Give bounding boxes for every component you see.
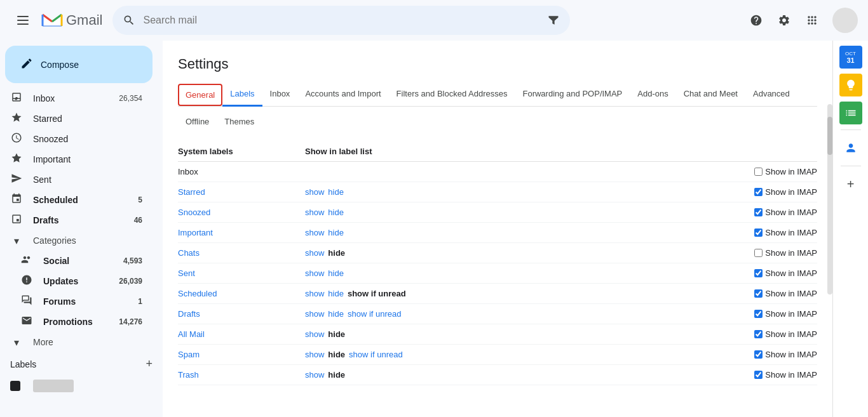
show-if-unread-option[interactable]: show if unread — [349, 350, 403, 359]
label-name-cell[interactable]: Trash — [178, 365, 305, 385]
label-name[interactable]: Scheduled — [178, 289, 217, 298]
search-bar[interactable] — [112, 6, 570, 35]
imap-checkbox[interactable] — [754, 289, 763, 298]
imap-checkbox[interactable] — [754, 350, 763, 359]
label-name[interactable]: Trash — [178, 370, 199, 380]
label-name[interactable]: Sent — [178, 268, 195, 278]
hide-option[interactable]: hide — [328, 248, 345, 258]
label-name[interactable]: All Mail — [178, 329, 205, 339]
imap-checkbox[interactable] — [754, 228, 763, 237]
tab-labels[interactable]: Labels — [222, 83, 262, 107]
settings-button[interactable] — [771, 8, 797, 33]
label-name-cell[interactable]: Starred — [178, 182, 305, 202]
label-name[interactable]: Important — [178, 228, 213, 237]
label-name-cell[interactable]: Important — [178, 223, 305, 243]
show-link[interactable]: show — [305, 309, 324, 319]
contacts-panel-icon[interactable] — [838, 135, 864, 161]
sidebar-item-promotions[interactable]: Promotions 14,276 — [0, 312, 153, 332]
sidebar-label-item[interactable] — [0, 376, 153, 396]
show-if-unread-option[interactable]: show if unread — [348, 289, 406, 298]
label-name[interactable]: Chats — [178, 248, 200, 258]
label-name[interactable]: Starred — [178, 187, 205, 197]
calendar-panel-icon[interactable]: OCT 31 — [839, 46, 862, 69]
hide-option[interactable]: hide — [328, 309, 344, 319]
apps-button[interactable] — [799, 8, 825, 33]
sidebar-item-categories[interactable]: ▾ Categories — [0, 230, 153, 251]
sidebar-item-social[interactable]: Social 4,593 — [0, 251, 153, 271]
help-button[interactable] — [743, 8, 769, 33]
tab-general[interactable]: General — [178, 84, 222, 106]
label-name-cell[interactable]: All Mail — [178, 324, 305, 345]
label-name[interactable]: Drafts — [178, 309, 200, 319]
tab-chat-meet[interactable]: Chat and Meet — [676, 83, 745, 107]
hamburger-button[interactable] — [10, 8, 36, 33]
label-name-cell[interactable]: Drafts — [178, 304, 305, 324]
important-label: Important — [33, 154, 142, 164]
tab-advanced[interactable]: Advanced — [745, 83, 797, 107]
sidebar-item-starred[interactable]: Starred — [0, 109, 153, 129]
sidebar-item-sent[interactable]: Sent — [0, 169, 153, 190]
hide-option[interactable]: hide — [328, 208, 344, 217]
filter-icon[interactable] — [547, 14, 560, 27]
sidebar-item-forums[interactable]: Forums 1 — [0, 291, 153, 312]
show-link[interactable]: show — [305, 248, 324, 258]
label-name-cell[interactable]: Snoozed — [178, 202, 305, 223]
label-name[interactable]: Snoozed — [178, 208, 210, 217]
show-link[interactable]: show — [305, 228, 324, 237]
label-name-cell[interactable]: Spam — [178, 345, 305, 365]
hide-option[interactable]: hide — [328, 228, 344, 237]
hide-option[interactable]: hide — [328, 350, 345, 359]
scrollbar[interactable] — [827, 104, 832, 295]
show-link[interactable]: show — [305, 370, 324, 380]
sidebar-item-important[interactable]: Important — [0, 149, 153, 169]
hide-option[interactable]: hide — [328, 329, 345, 339]
imap-checkbox[interactable] — [754, 168, 763, 176]
tab-inbox[interactable]: Inbox — [262, 83, 298, 107]
updates-icon — [20, 274, 33, 288]
label-name-cell[interactable]: Sent — [178, 263, 305, 284]
sub-tab-themes[interactable]: Themes — [217, 112, 262, 131]
tasks-panel-icon[interactable] — [839, 102, 862, 124]
labels-add-button[interactable]: + — [146, 357, 153, 371]
sidebar-item-snoozed[interactable]: Snoozed — [0, 129, 153, 149]
show-link[interactable]: show — [305, 329, 324, 339]
compose-button[interactable]: Compose — [5, 46, 153, 83]
tab-filters[interactable]: Filters and Blocked Addresses — [389, 83, 515, 107]
tab-addons[interactable]: Add-ons — [630, 83, 675, 107]
show-link[interactable]: show — [305, 289, 324, 298]
show-link[interactable]: show — [305, 208, 324, 217]
sidebar-item-updates[interactable]: Updates 26,039 — [0, 271, 153, 291]
label-name[interactable]: Inbox — [178, 167, 198, 176]
imap-checkbox[interactable] — [754, 310, 763, 318]
tab-accounts-import[interactable]: Accounts and Import — [297, 83, 388, 107]
hide-option[interactable]: hide — [328, 289, 344, 298]
tab-forwarding[interactable]: Forwarding and POP/IMAP — [515, 83, 630, 107]
hide-option[interactable]: hide — [328, 187, 344, 197]
add-panel-button[interactable]: + — [838, 171, 864, 197]
imap-checkbox[interactable] — [754, 188, 763, 196]
label-name-cell[interactable]: Scheduled — [178, 284, 305, 304]
avatar[interactable] — [832, 8, 858, 33]
sidebar-item-drafts[interactable]: Drafts 46 — [0, 210, 153, 230]
sub-tab-offline[interactable]: Offline — [178, 112, 217, 131]
imap-checkbox[interactable] — [754, 371, 763, 379]
imap-checkbox[interactable] — [754, 269, 763, 277]
sidebar-item-inbox[interactable]: Inbox 26,354 — [0, 88, 153, 109]
social-icon — [20, 254, 33, 268]
show-if-unread-option[interactable]: show if unread — [348, 309, 402, 319]
hide-option[interactable]: hide — [328, 370, 345, 380]
sidebar-item-more[interactable]: ▾ More — [0, 332, 153, 352]
label-name[interactable]: Spam — [178, 350, 200, 359]
keep-panel-icon[interactable] — [839, 74, 862, 96]
imap-checkbox[interactable] — [754, 208, 763, 216]
show-link[interactable]: show — [305, 187, 324, 197]
hide-option[interactable]: hide — [328, 268, 344, 278]
label-name-cell[interactable]: Inbox — [178, 162, 305, 182]
show-link[interactable]: show — [305, 268, 324, 278]
label-name-cell[interactable]: Chats — [178, 243, 305, 263]
show-link[interactable]: show — [305, 350, 324, 359]
imap-checkbox[interactable] — [754, 330, 763, 338]
imap-checkbox[interactable] — [754, 249, 763, 257]
sidebar-item-scheduled[interactable]: Scheduled 5 — [0, 190, 153, 210]
search-input[interactable] — [143, 15, 539, 26]
